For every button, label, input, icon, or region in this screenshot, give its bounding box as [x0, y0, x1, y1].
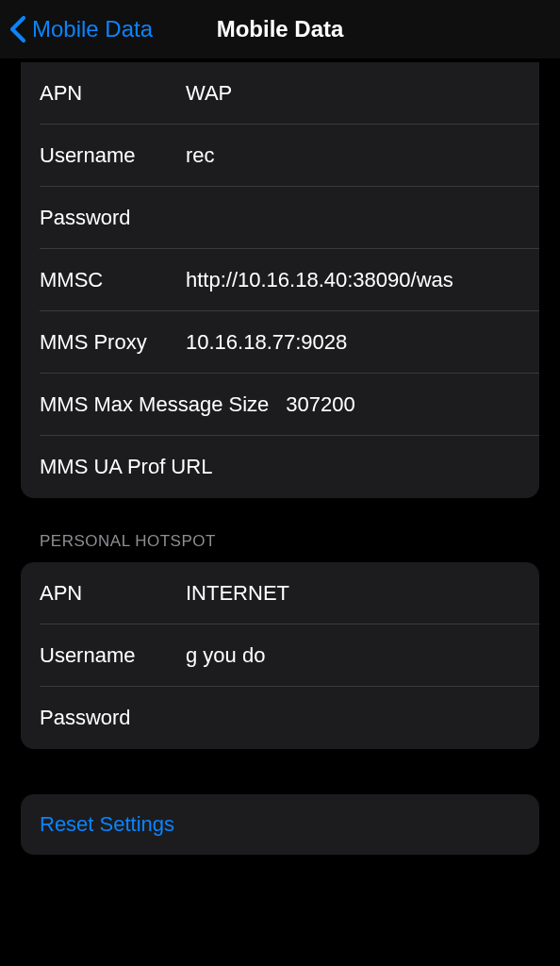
mms-ua-prof-row[interactable]: MMS UA Prof URL — [21, 436, 539, 498]
mms-ua-prof-input[interactable] — [229, 455, 520, 479]
hotspot-settings-group: APN Username Password — [21, 562, 539, 749]
mms-max-size-row[interactable]: MMS Max Message Size — [21, 374, 539, 436]
apn-row[interactable]: APN — [21, 62, 539, 125]
mms-ua-prof-label: MMS UA Prof URL — [40, 455, 212, 479]
hotspot-username-row[interactable]: Username — [21, 625, 539, 687]
hotspot-username-input[interactable] — [186, 643, 520, 668]
mms-settings-group: APN Username Password MMSC MMS Proxy MMS… — [21, 62, 539, 498]
reset-settings-button[interactable]: Reset Settings — [21, 794, 539, 855]
hotspot-apn-label: APN — [40, 581, 186, 606]
password-row[interactable]: Password — [21, 187, 539, 249]
hotspot-apn-input[interactable] — [186, 581, 520, 606]
username-input[interactable] — [186, 143, 520, 168]
reset-settings-label: Reset Settings — [40, 812, 174, 837]
reset-group: Reset Settings — [21, 794, 539, 855]
password-label: Password — [40, 206, 186, 230]
mms-proxy-row[interactable]: MMS Proxy — [21, 311, 539, 374]
hotspot-section-header: Personal Hotspot — [21, 498, 539, 562]
mmsc-label: MMSC — [40, 268, 186, 292]
hotspot-username-label: Username — [40, 643, 186, 668]
mmsc-row[interactable]: MMSC — [21, 249, 539, 311]
apn-label: APN — [40, 81, 186, 106]
back-label: Mobile Data — [32, 16, 153, 42]
username-row[interactable]: Username — [21, 125, 539, 187]
nav-bar: Mobile Data Mobile Data — [0, 0, 560, 58]
mms-max-size-input[interactable] — [286, 392, 520, 417]
mms-proxy-label: MMS Proxy — [40, 330, 186, 355]
username-label: Username — [40, 143, 186, 168]
hotspot-apn-row[interactable]: APN — [21, 562, 539, 625]
mmsc-input[interactable] — [186, 268, 520, 292]
mms-max-size-label: MMS Max Message Size — [40, 392, 269, 417]
hotspot-password-row[interactable]: Password — [21, 687, 539, 749]
content-area: APN Username Password MMSC MMS Proxy MMS… — [0, 62, 560, 855]
hotspot-password-input[interactable] — [186, 706, 520, 730]
mms-proxy-input[interactable] — [186, 330, 520, 355]
page-title: Mobile Data — [217, 16, 344, 42]
chevron-left-icon — [9, 15, 26, 43]
apn-input[interactable] — [186, 81, 520, 106]
password-input[interactable] — [186, 206, 520, 230]
hotspot-password-label: Password — [40, 706, 186, 730]
back-button[interactable]: Mobile Data — [9, 15, 153, 43]
